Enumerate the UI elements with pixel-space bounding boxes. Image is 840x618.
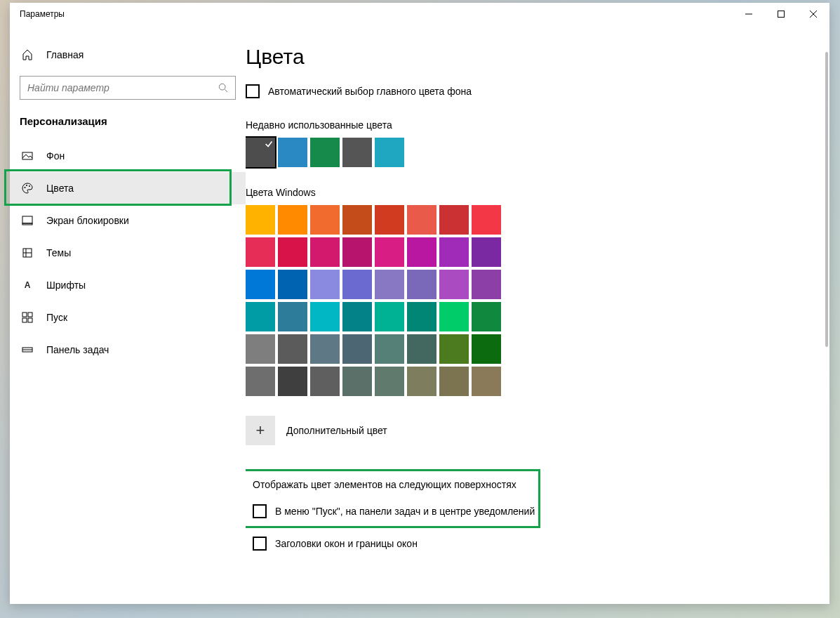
recent-color-swatch[interactable]	[246, 138, 275, 167]
home-label: Главная	[46, 49, 84, 60]
color-swatch[interactable]	[342, 334, 372, 364]
color-swatch[interactable]	[278, 302, 307, 331]
plus-icon: +	[256, 421, 265, 440]
category-title: Персонализация	[10, 115, 246, 140]
color-swatch[interactable]	[472, 302, 501, 331]
color-swatch[interactable]	[310, 237, 340, 267]
home-link[interactable]: Главная	[10, 39, 246, 70]
scrollbar[interactable]	[825, 52, 828, 347]
checkbox-icon[interactable]	[246, 84, 260, 98]
minimize-button[interactable]	[733, 3, 765, 25]
start-icon	[20, 312, 35, 323]
plus-button[interactable]: +	[246, 416, 275, 445]
color-swatch[interactable]	[342, 367, 372, 396]
sidebar-item-start[interactable]: Пуск	[10, 301, 246, 334]
additional-color-row[interactable]: + Дополнительный цвет	[246, 416, 829, 445]
color-swatch[interactable]	[407, 270, 436, 299]
search-icon	[218, 83, 228, 93]
sidebar-item-lockscreen[interactable]: Экран блокировки	[10, 204, 246, 237]
color-swatch[interactable]	[246, 334, 275, 364]
color-swatch[interactable]	[246, 367, 275, 396]
sidebar-item-background[interactable]: Фон	[10, 140, 246, 172]
check-icon	[264, 139, 274, 149]
color-swatch[interactable]	[375, 302, 404, 331]
color-swatch[interactable]	[278, 334, 307, 364]
search-box[interactable]	[20, 76, 236, 100]
palette-icon	[20, 183, 35, 194]
recent-color-swatch[interactable]	[310, 138, 340, 167]
color-swatch[interactable]	[310, 334, 340, 364]
color-swatch[interactable]	[246, 302, 275, 331]
color-swatch[interactable]	[246, 237, 275, 267]
home-icon	[20, 49, 35, 60]
color-swatch[interactable]	[278, 205, 307, 235]
color-swatch[interactable]	[472, 205, 501, 235]
color-swatch[interactable]	[310, 270, 340, 299]
recent-color-swatch[interactable]	[278, 138, 307, 167]
color-swatch[interactable]	[246, 205, 275, 235]
color-swatch[interactable]	[472, 367, 501, 396]
recent-color-swatch[interactable]	[342, 138, 372, 167]
settings-window: Параметры Главная Пе	[10, 3, 829, 604]
color-swatch[interactable]	[407, 237, 436, 267]
color-swatch[interactable]	[407, 205, 436, 235]
color-swatch[interactable]	[246, 270, 275, 299]
color-swatch[interactable]	[342, 205, 372, 235]
auto-pick-checkbox-row[interactable]: Автоматический выбор главного цвета фона	[246, 84, 829, 98]
color-swatch[interactable]	[407, 302, 436, 331]
lockscreen-icon	[20, 215, 35, 226]
color-swatch[interactable]	[278, 237, 307, 267]
color-swatch[interactable]	[342, 270, 372, 299]
color-swatch[interactable]	[310, 302, 340, 331]
sidebar-item-taskbar[interactable]: Панель задач	[10, 334, 246, 366]
color-swatch[interactable]	[439, 270, 469, 299]
color-swatch[interactable]	[375, 270, 404, 299]
color-swatch[interactable]	[439, 237, 469, 267]
color-swatch[interactable]	[407, 367, 436, 396]
surface-check-start[interactable]: В меню "Пуск", на панели задач и в центр…	[253, 504, 540, 518]
color-swatch[interactable]	[439, 367, 469, 396]
svg-rect-14	[28, 313, 32, 317]
color-swatch[interactable]	[472, 270, 501, 299]
color-swatch[interactable]	[439, 302, 469, 331]
color-swatch[interactable]	[375, 334, 404, 364]
svg-point-4	[219, 84, 225, 90]
svg-rect-16	[28, 318, 32, 322]
color-swatch[interactable]	[278, 367, 307, 396]
sidebar: Главная Персонализация Фон	[10, 25, 246, 604]
surface-check-titlebars[interactable]: Заголовки окон и границы окон	[253, 537, 829, 551]
close-button[interactable]	[797, 3, 829, 25]
color-swatch[interactable]	[342, 302, 372, 331]
windows-colors-grid	[246, 205, 829, 396]
color-swatch[interactable]	[375, 367, 404, 396]
sidebar-item-label: Цвета	[46, 183, 74, 194]
content-area: Цвета Автоматический выбор главного цвет…	[246, 25, 829, 604]
maximize-button[interactable]	[765, 3, 797, 25]
sidebar-item-label: Панель задач	[46, 344, 109, 355]
sidebar-item-colors[interactable]: Цвета	[10, 172, 246, 204]
surfaces-heading: Отображать цвет элементов на следующих п…	[253, 479, 540, 490]
color-swatch[interactable]	[278, 270, 307, 299]
titlebar: Параметры	[10, 3, 829, 25]
svg-rect-1	[778, 11, 785, 18]
sidebar-item-themes[interactable]: Темы	[10, 237, 246, 269]
recent-color-swatch[interactable]	[375, 138, 404, 167]
color-swatch[interactable]	[439, 334, 469, 364]
sidebar-item-label: Пуск	[46, 312, 67, 323]
color-swatch[interactable]	[375, 205, 404, 235]
checkbox-icon[interactable]	[253, 537, 267, 551]
color-swatch[interactable]	[472, 334, 501, 364]
recent-colors-row	[246, 138, 829, 167]
picture-icon	[20, 150, 35, 162]
color-swatch[interactable]	[310, 367, 340, 396]
color-swatch[interactable]	[407, 334, 436, 364]
color-swatch[interactable]	[375, 237, 404, 267]
search-input[interactable]	[27, 82, 218, 93]
checkbox-icon[interactable]	[253, 504, 267, 518]
sidebar-item-fonts[interactable]: A Шрифты	[10, 269, 246, 301]
color-swatch[interactable]	[472, 237, 501, 267]
color-swatch[interactable]	[310, 205, 340, 235]
color-swatch[interactable]	[439, 205, 469, 235]
window-title: Параметры	[20, 9, 65, 19]
color-swatch[interactable]	[342, 237, 372, 267]
